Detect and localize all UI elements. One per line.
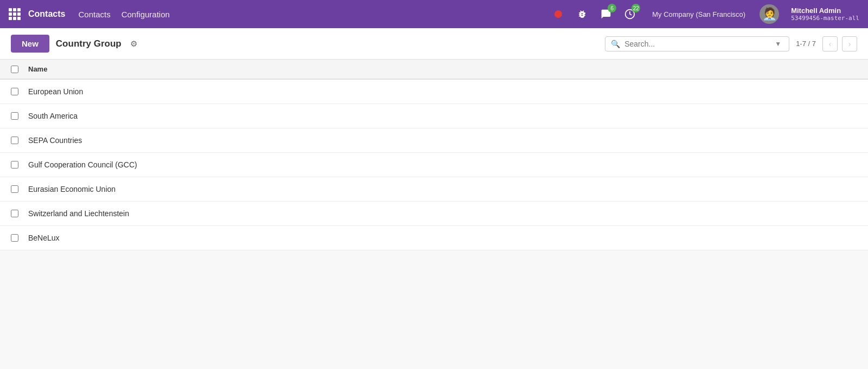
search-input[interactable] — [624, 40, 773, 48]
row-checkbox-col — [11, 112, 28, 120]
name-column-header: Name — [28, 65, 47, 73]
row-name-4: Eurasian Economic Union — [28, 185, 116, 193]
activity-badge: 22 — [631, 4, 640, 12]
header-checkbox-col — [11, 66, 28, 73]
pagination-prev-button[interactable]: ‹ — [822, 36, 838, 51]
status-dot-icon[interactable] — [550, 6, 566, 22]
row-name-2: SEPA Countries — [28, 136, 82, 145]
chat-badge: 6 — [608, 4, 616, 12]
row-checkbox-1[interactable] — [11, 112, 18, 120]
toolbar: New Country Group ⚙ 🔍 ▼ 1-7 / 7 ‹ › — [0, 28, 868, 60]
top-navigation: Contacts Contacts Configuration 6 22 My … — [0, 0, 868, 28]
activity-icon[interactable]: 22 — [622, 6, 638, 22]
pagination-next-button[interactable]: › — [842, 36, 857, 51]
search-dropdown-button[interactable]: ▼ — [773, 40, 783, 48]
chat-icon[interactable]: 6 — [598, 6, 614, 22]
table-header: Name — [0, 60, 868, 80]
pagination-info: 1-7 / 7 — [796, 40, 816, 48]
grid-menu-icon[interactable] — [9, 8, 21, 20]
row-checkbox-col — [11, 161, 28, 169]
table-row[interactable]: Switzerland and Liechtenstein — [0, 202, 868, 226]
table-row[interactable]: SEPA Countries — [0, 128, 868, 153]
row-checkbox-0[interactable] — [11, 88, 18, 95]
company-name[interactable]: My Company (San Francisco) — [652, 10, 745, 18]
search-bar: 🔍 ▼ — [605, 36, 789, 51]
row-checkbox-col — [11, 137, 28, 144]
debug-icon[interactable] — [574, 6, 590, 22]
pagination: 1-7 / 7 ‹ › — [796, 36, 857, 51]
nav-configuration[interactable]: Configuration — [122, 8, 170, 21]
page-title: Country Group — [56, 38, 122, 49]
row-checkbox-col — [11, 88, 28, 95]
country-group-table: Name European Union South America SEPA C… — [0, 60, 868, 250]
app-name[interactable]: Contacts — [28, 9, 65, 19]
new-button[interactable]: New — [11, 35, 49, 53]
table-row[interactable]: BeNeLux — [0, 226, 868, 250]
row-checkbox-col — [11, 210, 28, 217]
row-name-1: South America — [28, 112, 78, 120]
row-name-5: Switzerland and Liechtenstein — [28, 209, 129, 218]
row-checkbox-6[interactable] — [11, 234, 18, 242]
avatar[interactable]: 🧑‍💼 — [760, 4, 779, 24]
settings-icon[interactable]: ⚙ — [130, 39, 137, 49]
search-icon: 🔍 — [611, 40, 620, 48]
select-all-checkbox[interactable] — [11, 66, 18, 73]
svg-point-0 — [554, 10, 562, 18]
nav-contacts[interactable]: Contacts — [78, 8, 110, 21]
row-checkbox-2[interactable] — [11, 137, 18, 144]
user-info[interactable]: Mitchell Admin 53499456-master-all — [791, 7, 859, 22]
user-instance: 53499456-master-all — [791, 15, 859, 22]
table-row[interactable]: Gulf Cooperation Council (GCC) — [0, 153, 868, 177]
user-name: Mitchell Admin — [791, 7, 859, 15]
row-name-0: European Union — [28, 87, 83, 96]
row-checkbox-3[interactable] — [11, 161, 18, 169]
table-row[interactable]: European Union — [0, 80, 868, 104]
row-checkbox-5[interactable] — [11, 210, 18, 217]
row-checkbox-4[interactable] — [11, 185, 18, 193]
topnav-icons: 6 22 My Company (San Francisco) 🧑‍💼 Mitc… — [550, 4, 859, 24]
table-row[interactable]: Eurasian Economic Union — [0, 177, 868, 202]
row-name-6: BeNeLux — [28, 234, 60, 242]
avatar-image: 🧑‍💼 — [762, 7, 777, 21]
row-checkbox-col — [11, 234, 28, 242]
row-checkbox-col — [11, 185, 28, 193]
row-name-3: Gulf Cooperation Council (GCC) — [28, 160, 137, 169]
table-row[interactable]: South America — [0, 104, 868, 128]
